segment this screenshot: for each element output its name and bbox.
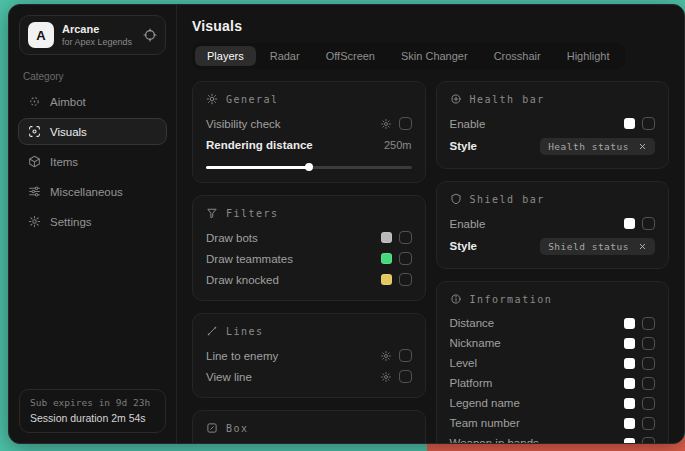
distance-checkbox[interactable] — [642, 317, 655, 330]
tab-offscreen[interactable]: OffScreen — [314, 46, 387, 66]
category-label: Category — [23, 71, 162, 82]
nickname-row: Nickname — [450, 333, 656, 353]
gear-icon[interactable] — [380, 371, 392, 383]
shield-icon — [450, 193, 462, 205]
color-swatch[interactable] — [381, 232, 392, 243]
right-column: Health bar Enable Style Health status — [436, 81, 670, 443]
sidebar-item-items[interactable]: Items — [18, 148, 167, 175]
panel-title: Filters — [226, 208, 279, 219]
weapon-in-hands-checkbox[interactable] — [642, 437, 655, 444]
row-label: Enable — [450, 118, 486, 130]
view-line-checkbox[interactable] — [399, 370, 412, 383]
visibility-check-checkbox[interactable] — [399, 117, 412, 130]
color-swatch[interactable] — [624, 398, 635, 409]
line-icon — [206, 325, 218, 337]
tab-radar[interactable]: Radar — [258, 46, 312, 66]
sidebar-item-label: Items — [50, 156, 78, 168]
sidebar-item-miscellaneous[interactable]: Miscellaneous — [18, 178, 167, 205]
row-label: Draw teammates — [206, 253, 293, 265]
rendering-distance-slider[interactable] — [206, 166, 412, 169]
team-number-checkbox[interactable] — [642, 417, 655, 430]
color-swatch[interactable] — [624, 418, 635, 429]
app-name: Arcane — [62, 23, 132, 35]
close-icon[interactable] — [638, 242, 647, 251]
health-enable-row: Enable — [450, 113, 656, 134]
draw-bots-checkbox[interactable] — [399, 231, 412, 244]
health-style-select[interactable]: Health status — [540, 138, 655, 155]
visibility-check-row: Visibility check — [206, 113, 412, 134]
color-swatch[interactable] — [624, 218, 635, 229]
health-enable-checkbox[interactable] — [642, 117, 655, 130]
tab-highlight[interactable]: Highlight — [555, 46, 622, 66]
target-icon[interactable] — [143, 28, 157, 42]
cube-icon — [28, 155, 41, 168]
box-icon — [206, 422, 218, 434]
color-swatch[interactable] — [624, 338, 635, 349]
shield-style-select[interactable]: Shield status — [540, 238, 655, 255]
panel-title: Information — [470, 294, 553, 305]
shield-enable-checkbox[interactable] — [642, 217, 655, 230]
selected-style: Shield status — [548, 241, 629, 252]
health-icon — [450, 93, 462, 105]
health-style-row: Style Health status — [450, 134, 656, 158]
panel-title: General — [226, 94, 279, 105]
line-to-enemy-checkbox[interactable] — [399, 349, 412, 362]
platform-checkbox[interactable] — [642, 377, 655, 390]
draw-knocked-checkbox[interactable] — [399, 273, 412, 286]
team-number-row: Team number — [450, 413, 656, 433]
scan-icon — [28, 125, 41, 138]
row-label: Style — [450, 140, 478, 152]
row-label: Distance — [450, 317, 495, 329]
slider-thumb[interactable] — [305, 163, 313, 171]
view-line-row: View line — [206, 366, 412, 387]
color-swatch[interactable] — [381, 253, 392, 264]
legend-name-checkbox[interactable] — [642, 397, 655, 410]
main-content: Visuals Players Radar OffScreen Skin Cha… — [177, 5, 684, 443]
crosshair-icon — [28, 95, 41, 108]
app-subtitle: for Apex Legends — [62, 37, 132, 47]
rendering-distance-value: 250m — [384, 139, 412, 151]
platform-row: Platform — [450, 373, 656, 393]
color-swatch[interactable] — [624, 358, 635, 369]
close-icon[interactable] — [638, 142, 647, 151]
color-swatch[interactable] — [624, 378, 635, 389]
gear-icon[interactable] — [380, 118, 392, 130]
tab-skin-changer[interactable]: Skin Changer — [389, 46, 480, 66]
row-label: Line to enemy — [206, 350, 278, 362]
sidebar-item-label: Visuals — [50, 126, 87, 138]
line-to-enemy-row: Line to enemy — [206, 345, 412, 366]
draw-knocked-row: Draw knocked — [206, 269, 412, 290]
draw-teammates-row: Draw teammates — [206, 248, 412, 269]
row-label: Visibility check — [206, 118, 281, 130]
tab-crosshair[interactable]: Crosshair — [482, 46, 553, 66]
sidebar-item-visuals[interactable]: Visuals — [18, 118, 167, 145]
session-duration: Session duration 2m 54s — [30, 412, 155, 424]
draw-teammates-checkbox[interactable] — [399, 252, 412, 265]
color-swatch[interactable] — [624, 318, 635, 329]
nickname-checkbox[interactable] — [642, 337, 655, 350]
rendering-distance-row: Rendering distance 250m — [206, 134, 412, 155]
tab-players[interactable]: Players — [195, 46, 256, 66]
level-checkbox[interactable] — [642, 357, 655, 370]
sidebar-item-settings[interactable]: Settings — [18, 208, 167, 235]
row-label: Nickname — [450, 337, 501, 349]
color-swatch[interactable] — [624, 438, 635, 444]
sidebar-item-aimbot[interactable]: Aimbot — [18, 88, 167, 115]
health-bar-panel: Health bar Enable Style Health status — [436, 81, 670, 169]
legend-name-row: Legend name — [450, 393, 656, 413]
sun-icon — [206, 93, 218, 105]
info-icon — [450, 293, 462, 305]
row-label: Draw bots — [206, 232, 258, 244]
selected-style: Health status — [548, 141, 629, 152]
level-row: Level — [450, 353, 656, 373]
color-swatch[interactable] — [624, 118, 635, 129]
subscription-card: Sub expires in 9d 23h Session duration 2… — [19, 389, 166, 433]
sliders-icon — [28, 185, 41, 198]
color-swatch[interactable] — [381, 274, 392, 285]
row-label: View line — [206, 371, 252, 383]
subscription-expiry: Sub expires in 9d 23h — [30, 397, 155, 408]
gear-icon[interactable] — [380, 350, 392, 362]
row-label: Legend name — [450, 397, 520, 409]
page-title: Visuals — [192, 18, 669, 34]
left-column: General Visibility check — [192, 81, 426, 443]
